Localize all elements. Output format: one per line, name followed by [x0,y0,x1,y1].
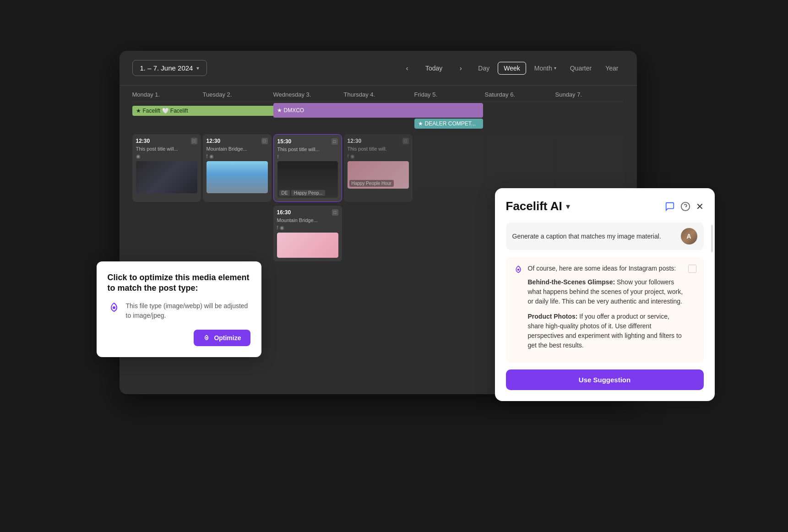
day-headers: Monday 1. Tuesday 2. Wednesday 3. Thursd… [132,86,624,102]
post-image-content-3: DE Happy Peop... [277,161,338,198]
post-card-wed[interactable]: 15:30 □ This post title will... f DE [273,134,342,202]
user-avatar-image: A [681,228,697,244]
event-dealer[interactable]: ★ DEALER COMPET... [414,119,483,129]
ai-response-content: Of course, here are some ideas for Insta… [528,265,684,350]
ai-suggestion-1: Behind-the-Scenes Glimpse: Show your fol… [528,277,684,306]
instagram-icon-4: ◉ [280,225,284,231]
optimize-button[interactable]: Optimize [194,330,250,346]
calendar-icon-5: □ [332,209,338,216]
ai-chat-panel: Facelift AI ▾ ✕ A [495,188,715,401]
post-image [136,161,197,193]
ai-response-title: Of course, here are some ideas for Insta… [528,265,684,272]
ai-chat-header: Facelift AI ▾ ✕ [506,199,704,213]
post-image-content [136,161,197,193]
post-title-2: Mountain Bridge... [207,146,268,152]
day-header-1: Monday 1. [132,91,201,98]
empty-col-5b [414,206,483,261]
optimize-btn-icon [203,334,210,342]
post-card-mon[interactable]: 12:30 □ This post title will... ◉ [132,134,201,202]
facebook-icon-4: f [277,225,278,231]
tag-de: DE [279,190,290,196]
post-social-5: f ◉ [277,225,338,231]
ai-chat-input[interactable] [512,233,676,240]
ai-suggestion-2: Product Photos: If you offer a product o… [528,312,684,350]
post-card-tue[interactable]: 12:30 □ Mountain Bridge... f ◉ [203,134,272,202]
optimize-popup-content: This file type (image/webp) will be adju… [108,301,250,320]
event-dmxco[interactable]: ★ DMXCO [273,103,483,118]
instagram-icon-3: ◉ [350,153,355,159]
suggestion-1-title: Behind-the-Scenes Glimpse: [528,278,615,286]
facebook-icon-2: f [277,154,279,159]
next-arrow-icon[interactable]: › [454,62,467,75]
post-title-5: Mountain Bridge... [277,217,338,223]
post-social-2: f ◉ [207,153,268,159]
empty-col-2 [203,206,272,261]
ai-chat-title: Facelift AI ▾ [506,199,570,213]
optimize-popup-title: Click to optimize this media element to … [108,272,250,294]
tab-month[interactable]: Month ▾ [529,62,562,74]
ai-response-header: Of course, here are some ideas for Insta… [513,265,696,350]
ai-header-icons: ✕ [665,201,704,212]
post-icons-5: □ [332,209,338,216]
scrollbar[interactable] [711,225,713,252]
ai-title-chevron-icon[interactable]: ▾ [566,201,570,212]
post-time-4: 12:30 [348,138,362,144]
facebook-icon: f [207,153,208,159]
calendar-icon-3: □ [332,138,338,145]
post-card-header-4: 12:30 □ [348,138,409,144]
help-icon[interactable] [680,201,690,212]
star-icon-3: ★ [418,120,423,127]
facebook-icon-3: f [348,153,349,159]
prev-arrow-icon[interactable]: ‹ [401,62,413,75]
event-row-2: ★ DEALER COMPET... [132,119,624,129]
event-bars: ★ Facelift 🤍 Facelift ★ DMXCO [132,106,624,118]
close-icon[interactable]: ✕ [696,201,704,212]
user-avatar: A [681,228,697,244]
calendar-icon: □ [191,138,197,144]
tab-year[interactable]: Year [600,62,624,74]
post-time-2: 12:30 [207,138,221,144]
tab-week[interactable]: Week [498,62,526,75]
post-image-label: Happy People Hour [348,161,409,189]
post-social-3: f [277,154,338,159]
post-image-content-4: Happy People Hour [348,161,409,189]
post-icons-3: □ [332,138,338,145]
use-suggestion-button[interactable]: Use Suggestion [506,369,704,390]
ai-logo-icon [108,301,120,314]
ai-response-area: Of course, here are some ideas for Insta… [506,257,704,362]
post-image-3: DE Happy Peop... [277,161,338,198]
post-icons: □ [191,138,197,144]
day-header-7: Sunday 7. [555,91,624,98]
checkbox-icon[interactable] [688,265,696,273]
nav-controls: ‹ Today › Day Week Month ▾ Quarter Year [401,62,624,75]
post-image-4: Happy People Hour [348,161,409,189]
chat-bubble-icon[interactable] [665,201,675,212]
event-dealer-label: DEALER COMPET... [425,120,476,127]
empty-col-1 [132,206,201,261]
star-icon: ★ [136,108,141,114]
tab-day[interactable]: Day [473,62,495,74]
post-card-header-2: 12:30 □ [207,138,268,144]
post-title-4: This post title will. [348,146,409,152]
post-card-wed-2[interactable]: 16:30 □ Mountain Bridge... f ◉ [273,206,342,261]
day-header-5: Friday 5. [414,91,483,98]
optimize-actions: Optimize [108,330,250,346]
post-title-3: This post title will... [277,147,338,152]
suggestion-2-title: Product Photos: [528,313,578,320]
svg-point-0 [113,306,115,309]
optimize-popup-text: This file type (image/webp) will be adju… [126,301,250,320]
post-card-thu[interactable]: 12:30 □ This post title will. f ◉ Happ [344,134,413,202]
post-image-content-2 [207,161,268,193]
day-header-2: Tuesday 2. [203,91,272,98]
star-icon-2: ★ [277,107,282,114]
optimize-btn-label: Optimize [214,334,241,342]
today-button[interactable]: Today [419,62,449,74]
view-tabs: Day Week Month ▾ Quarter Year [473,62,624,75]
calendar-icon-4: □ [402,138,409,144]
date-range-button[interactable]: 1. – 7. June 2024 ▾ [132,60,207,76]
tab-quarter[interactable]: Quarter [565,62,597,74]
ai-chat-input-area: A [506,223,704,250]
calendar-toolbar: 1. – 7. June 2024 ▾ ‹ Today › Day Week M… [120,51,637,86]
empty-col-4b [344,206,413,261]
ai-suggestion-list: Behind-the-Scenes Glimpse: Show your fol… [528,277,684,350]
